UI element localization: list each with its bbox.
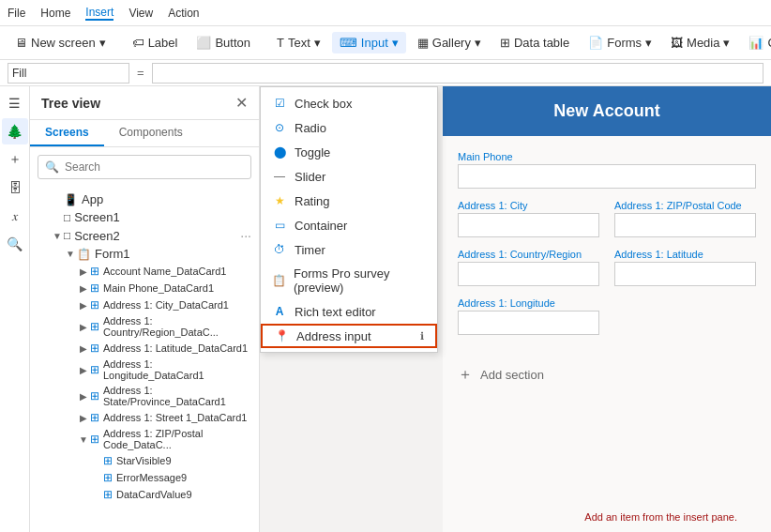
new-screen-icon: 🖥 xyxy=(15,36,27,50)
data-table-button[interactable]: ⊞ Data table xyxy=(492,32,577,53)
tree-item-state[interactable]: ▶ ⊞ Address 1: State/Province_DataCard1 xyxy=(30,383,259,409)
dropdown-item-radio[interactable]: ⊙ Radio xyxy=(261,115,437,140)
plus-icon[interactable]: ＋ xyxy=(2,146,28,173)
tree-item-form1[interactable]: ▼ 📋 Form1 xyxy=(30,245,259,263)
label-button[interactable]: 🏷 Label xyxy=(125,32,186,53)
menu-action[interactable]: Action xyxy=(168,7,199,20)
form-field-input-zip[interactable] xyxy=(614,213,756,237)
text-button[interactable]: T Text ▾ xyxy=(269,32,328,53)
charts-button[interactable]: 📊 Charts ▾ xyxy=(741,32,771,53)
tree-item-app[interactable]: 📱 App xyxy=(30,190,259,208)
sidebar-header: Tree view ✕ xyxy=(30,86,259,120)
input-button[interactable]: ⌨ Input ▾ xyxy=(332,32,406,53)
radio-icon: ⊙ xyxy=(272,120,287,135)
tree-item-zip[interactable]: ▼ ⊞ Address 1: ZIP/Postal Code_DataC... xyxy=(30,426,259,452)
tree-item-street[interactable]: ▶ ⊞ Address 1: Street 1_DataCard1 xyxy=(30,409,259,426)
tree-item-datacardvalue[interactable]: ⊞ DataCardValue9 xyxy=(30,486,259,503)
form-field-label: Address 1: Longitude xyxy=(458,297,599,309)
tree-item-starvisible[interactable]: ⊞ StarVisible9 xyxy=(30,452,259,469)
gallery-button[interactable]: ▦ Gallery ▾ xyxy=(410,32,489,53)
media-button[interactable]: 🖼 Media ▾ xyxy=(663,32,737,53)
dropdown-item-toggle[interactable]: ⬤ Toggle xyxy=(261,140,437,164)
form-field-zip: Address 1: ZIP/Postal Code xyxy=(614,200,756,237)
button-button[interactable]: ⬜ Button xyxy=(189,32,258,53)
dropdown-item-checkbox[interactable]: ☑ Check box xyxy=(261,91,437,115)
formula-fill-input[interactable] xyxy=(8,63,129,84)
datacard-icon: ⊞ xyxy=(90,320,99,333)
tree-arrow: ▶ xyxy=(77,391,90,402)
text-icon: T xyxy=(277,36,284,50)
new-screen-button[interactable]: 🖥 New screen ▾ xyxy=(8,32,113,53)
button-icon: ⬜ xyxy=(196,36,211,50)
slider-icon: — xyxy=(272,169,287,184)
tree-label: Address 1: Street 1_DataCard1 xyxy=(103,412,251,423)
hamburger-icon[interactable]: ☰ xyxy=(2,90,28,116)
dropdown-item-forms-pro[interactable]: 📋 Forms Pro survey (preview) xyxy=(261,262,437,299)
variables-icon[interactable]: 𝑥 xyxy=(2,203,28,229)
menu-file[interactable]: File xyxy=(8,7,25,20)
sidebar-tree-view: Tree view ✕ Screens Components 🔍 📱 App □ xyxy=(30,86,260,532)
hint-text: Add an item from the insert pane. xyxy=(584,511,737,523)
tree-item-main-phone[interactable]: ▶ ⊞ Main Phone_DataCard1 xyxy=(30,280,259,296)
search-icon: 🔍 xyxy=(45,160,59,174)
dropdown-item-timer[interactable]: ⏱ Timer xyxy=(261,237,437,262)
tree-arrow-screen2: ▼ xyxy=(51,231,64,241)
form-field-input-city[interactable] xyxy=(458,213,599,237)
form-field-main-phone: Main Phone xyxy=(458,151,756,189)
dropdown-item-label: Rich text editor xyxy=(295,305,376,319)
timer-icon: ⏱ xyxy=(272,242,287,257)
tree-item-country[interactable]: ▶ ⊞ Address 1: Country/Region_DataC... xyxy=(30,313,259,340)
tree-item-account-name[interactable]: ▶ ⊞ Account Name_DataCard1 xyxy=(30,263,259,280)
component-icon: ⊞ xyxy=(103,471,113,484)
sidebar-close-button[interactable]: ✕ xyxy=(235,94,248,112)
dropdown-item-rich-text[interactable]: A Rich text editor xyxy=(261,299,437,324)
formula-expression-input[interactable] xyxy=(152,63,763,84)
dropdown-item-container[interactable]: ▭ Container xyxy=(261,213,437,237)
tree-item-screen1[interactable]: □ Screen1 xyxy=(30,208,259,226)
form-field-input-latitude[interactable] xyxy=(614,262,756,286)
form-field-input-main-phone[interactable] xyxy=(458,164,756,189)
form-field-input-longitude[interactable] xyxy=(458,311,599,335)
main-layout: ☰ 🌲 ＋ 🗄 𝑥 🔍 Tree view ✕ Screens Componen… xyxy=(0,86,771,532)
form-row-longitude: Address 1: Longitude xyxy=(458,297,756,335)
tree-arrow: ▶ xyxy=(77,300,90,311)
datacard-icon: ⊞ xyxy=(90,363,99,376)
menu-home[interactable]: Home xyxy=(40,7,70,20)
menu-insert[interactable]: Insert xyxy=(85,6,113,21)
more-options-icon[interactable]: ··· xyxy=(240,228,251,243)
dropdown-item-slider[interactable]: — Slider xyxy=(261,164,437,189)
dropdown-item-label: Timer xyxy=(295,243,325,257)
tree-item-city[interactable]: ▶ ⊞ Address 1: City_DataCard1 xyxy=(30,296,259,313)
tree-label: App xyxy=(82,192,251,206)
tab-screens[interactable]: Screens xyxy=(30,120,104,146)
menu-view[interactable]: View xyxy=(128,7,153,20)
tree-label: Address 1: City_DataCard1 xyxy=(103,299,251,311)
add-section-button[interactable]: ＋ Add section xyxy=(443,354,771,396)
form-field-latitude: Address 1: Latitude xyxy=(614,249,756,286)
forms-button[interactable]: 📄 Forms ▾ xyxy=(581,32,659,53)
tree-view-icon[interactable]: 🌲 xyxy=(2,118,28,144)
tree-item-latitude[interactable]: ▶ ⊞ Address 1: Latitude_DataCard1 xyxy=(30,340,259,357)
tree-label: Main Phone_DataCard1 xyxy=(103,282,251,294)
tree-item-screen2[interactable]: ▼ □ Screen2 ··· xyxy=(30,226,259,245)
dropdown-item-address-input[interactable]: 📍 Address input ℹ xyxy=(261,324,437,348)
tab-components[interactable]: Components xyxy=(104,120,198,146)
tree-label: StarVisible9 xyxy=(116,455,251,466)
form-row-phone: Main Phone xyxy=(458,151,756,189)
forms-icon: 📄 xyxy=(588,36,603,50)
dropdown-item-label: Rating xyxy=(295,194,330,208)
form-field-input-country[interactable] xyxy=(458,262,599,286)
screen2-icon: □ xyxy=(64,229,70,242)
tree-item-longitude[interactable]: ▶ ⊞ Address 1: Longitude_DataCard1 xyxy=(30,357,259,383)
left-icon-strip: ☰ 🌲 ＋ 🗄 𝑥 🔍 xyxy=(0,86,30,532)
dropdown-item-rating[interactable]: ★ Rating xyxy=(261,189,437,213)
tree-arrow: ▶ xyxy=(77,266,90,277)
rating-icon: ★ xyxy=(272,193,287,208)
dropdown-item-label: Address input xyxy=(296,329,371,343)
datacard-icon: ⊞ xyxy=(90,433,99,446)
database-icon[interactable]: 🗄 xyxy=(2,175,28,201)
tree-item-errormessage[interactable]: ⊞ ErrorMessage9 xyxy=(30,469,259,486)
search-icon[interactable]: 🔍 xyxy=(2,231,28,257)
sidebar-search-input[interactable] xyxy=(38,155,251,179)
form-field-label: Address 1: Country/Region xyxy=(458,249,599,260)
